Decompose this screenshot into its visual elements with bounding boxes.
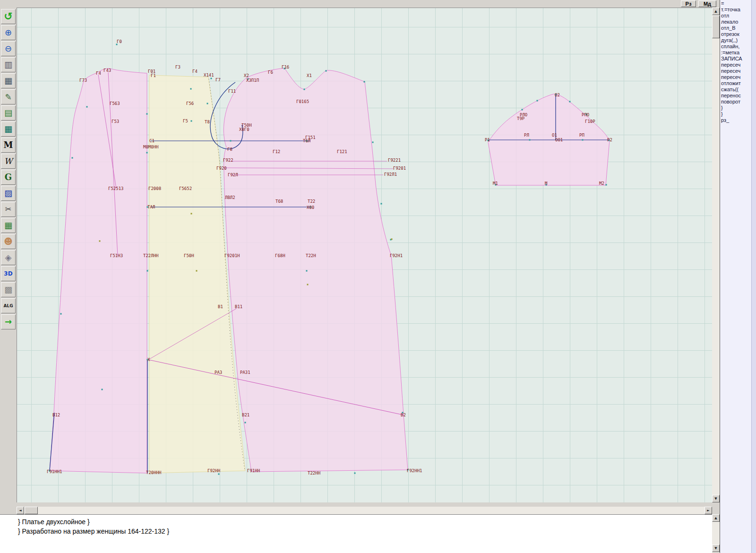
status-scroll-up-button[interactable]: ▲ [712, 514, 720, 522]
md-button[interactable]: Мд [698, 0, 716, 7]
command-panel-scrollbar[interactable] [751, 0, 756, 553]
command-list: =т.=точкаотллекалоотл_Вотрезокдуга(,,)сп… [721, 0, 756, 123]
garment-button[interactable]: ◈ [1, 250, 16, 265]
measure-g-button[interactable]: G [1, 170, 16, 185]
point-label: Т8 [205, 120, 210, 124]
page-preview-icon: ▥ [4, 60, 12, 69]
point-label: Т22ЛНН [143, 253, 159, 258]
point-label: Х1 [307, 73, 312, 78]
rz-button[interactable]: Рз [681, 0, 696, 7]
point-label: В1 [218, 304, 223, 309]
drawing-canvas[interactable]: Г0Г43Г4Г73Г01Г1Г3Г4Х141Г7Х2Х3П1ПГ6Г16Х1Г… [17, 8, 712, 502]
point-label: Т22НН [308, 471, 320, 475]
message-panel[interactable]: } Платье двухслойное } } Разработано на … [0, 514, 712, 553]
point-marker [196, 270, 198, 272]
point-marker [102, 389, 103, 390]
point-label: Р1 [485, 138, 490, 142]
command-line: пересеч [721, 68, 750, 74]
command-panel[interactable]: =т.=точкаотллекалоотл_Вотрезокдуга(,,)сп… [720, 0, 756, 553]
command-line: отложит [721, 80, 750, 86]
zoom-button[interactable]: ⊖ [1, 41, 16, 56]
point-marker [190, 88, 192, 90]
vscroll-thumb[interactable] [712, 16, 720, 38]
pen-icon: ✎ [5, 93, 11, 101]
table-button[interactable]: ▦ [1, 218, 16, 233]
letter-m-icon: M [4, 141, 13, 149]
point-label: Г92Л [228, 173, 238, 177]
calculator-button[interactable]: ▤ [1, 105, 16, 121]
point-label: Г9221 [388, 158, 401, 163]
pattern-svg[interactable]: Г0Г43Г4Г73Г01Г1Г3Г4Х141Г7Х2Х3П1ПГ6Г16Х1Г… [17, 8, 712, 502]
snapshot-button[interactable]: ✂ [1, 202, 16, 217]
point-marker [304, 89, 305, 90]
garment-icon: ◈ [5, 253, 12, 262]
point-label: Х [147, 357, 150, 362]
point-label: М [545, 181, 548, 186]
scroll-right-button[interactable]: ► [704, 507, 712, 514]
grid-button[interactable]: ▦ [1, 73, 16, 88]
preview-button[interactable]: ▥ [1, 57, 16, 72]
point-marker [381, 203, 382, 205]
point-marker [529, 139, 531, 141]
layers-button[interactable]: ▨ [1, 186, 16, 201]
status-scroll-down-button[interactable]: ▼ [712, 544, 720, 552]
zoom-out-icon: ⊖ [5, 44, 12, 53]
notes-button[interactable]: ▦ [1, 121, 16, 137]
command-line: :=метка [721, 50, 750, 56]
point-label: Г50Н [184, 253, 194, 258]
view-3d-button[interactable]: 3D [1, 266, 16, 281]
hscroll-thumb[interactable] [25, 507, 38, 514]
point-label: Г92НН1 [407, 468, 422, 473]
model-photo-button[interactable]: ☻ [1, 234, 16, 249]
point-label: Г91НН [247, 468, 260, 473]
scroll-up-button[interactable]: ▲ [712, 8, 720, 15]
point-label: Г92Л1 [384, 172, 397, 177]
fabric-icon: ▩ [4, 285, 12, 294]
portrait-icon: ☻ [4, 237, 13, 246]
front-piece[interactable] [223, 68, 408, 472]
undo-button[interactable]: ↺ [1, 9, 16, 24]
point-label: Т6Л [303, 138, 310, 143]
status-vscrollbar[interactable]: ▲ ▼ [712, 514, 720, 553]
zoom-in-button[interactable]: ⊕ [1, 25, 16, 40]
point-marker [522, 109, 523, 111]
point-label: Г7 [215, 78, 221, 82]
point-label: Т22 [308, 199, 315, 204]
point-label: Х3П1П [246, 78, 259, 83]
point-label: Х2 [244, 73, 249, 78]
point-marker [191, 121, 192, 122]
measure-m-button[interactable]: M [1, 138, 16, 153]
point-label: Г56 [186, 101, 194, 106]
command-line: дуга(,,) [721, 37, 750, 43]
point-marker [99, 241, 101, 242]
pen-button[interactable]: ✎ [1, 89, 16, 104]
fabric-button[interactable]: ▩ [1, 282, 16, 297]
alg-icon: ALG [3, 304, 13, 308]
scroll-left-button[interactable]: ◄ [17, 507, 24, 514]
point-label: Г6 [268, 70, 273, 75]
scroll-down-button[interactable]: ▼ [712, 495, 720, 502]
exit-icon: → [5, 318, 12, 326]
point-label: М1 [493, 181, 498, 186]
point-label: РЛ [524, 133, 529, 138]
table-icon: ▦ [4, 221, 12, 230]
point-label: Г1 [151, 73, 156, 78]
canvas-vscrollbar[interactable]: ▲ ▼ [712, 8, 720, 502]
point-label: В12 [52, 413, 60, 417]
back-piece[interactable] [50, 69, 147, 473]
point-marker [86, 106, 88, 108]
command-line: т.=точка [721, 7, 750, 13]
point-label: Г563 [110, 101, 120, 106]
measure-w-button[interactable]: W [1, 154, 16, 169]
point-label: М0М0НН [143, 145, 159, 149]
point-label: Г8 [227, 147, 232, 152]
point-label: Г4 [96, 71, 101, 76]
alg-button[interactable]: ALG [1, 298, 16, 313]
status-line: } Разработано на размер женщины 164-122-… [18, 527, 712, 536]
point-marker [354, 473, 356, 474]
point-marker [146, 113, 148, 115]
point-label: Г11 [228, 89, 236, 94]
point-label: Г4 [192, 69, 198, 74]
exit-button[interactable]: → [1, 314, 16, 329]
canvas-hscrollbar[interactable]: ◄ ► [17, 507, 712, 514]
